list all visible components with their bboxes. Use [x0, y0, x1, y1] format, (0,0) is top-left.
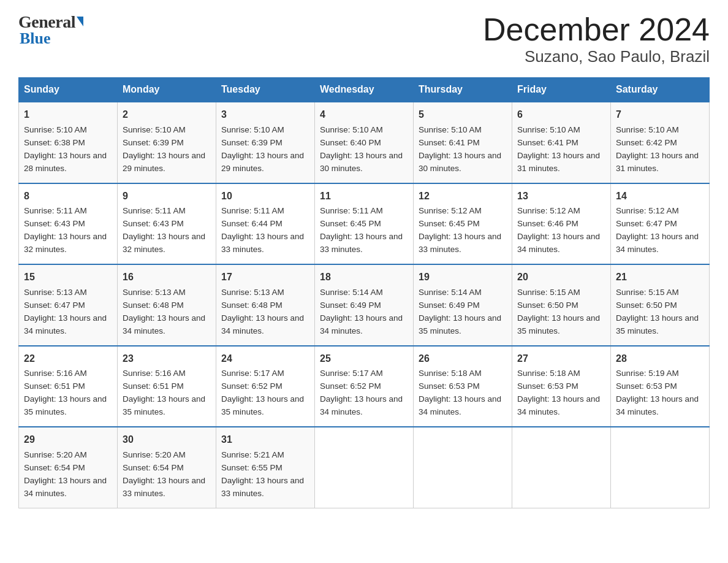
header-cell-wednesday: Wednesday [315, 78, 414, 102]
daylight-text: Daylight: 13 hours and 28 minutes. [24, 151, 107, 173]
daylight-text: Daylight: 13 hours and 33 minutes. [221, 476, 304, 498]
sunset-text: Sunset: 6:52 PM [221, 381, 282, 391]
daylight-text: Daylight: 13 hours and 31 minutes. [616, 151, 699, 173]
sunset-text: Sunset: 6:51 PM [24, 381, 85, 391]
sunset-text: Sunset: 6:55 PM [221, 463, 282, 472]
day-number: 20 [517, 270, 605, 285]
sunset-text: Sunset: 6:53 PM [616, 381, 677, 391]
header-cell-tuesday: Tuesday [216, 78, 315, 102]
daylight-text: Daylight: 13 hours and 34 minutes. [616, 232, 699, 254]
daylight-text: Daylight: 13 hours and 34 minutes. [419, 394, 501, 416]
daylight-text: Daylight: 13 hours and 34 minutes. [616, 394, 699, 416]
day-number: 17 [221, 270, 309, 285]
calendar-cell: 4Sunrise: 5:10 AMSunset: 6:40 PMDaylight… [315, 102, 414, 183]
day-number: 29 [24, 432, 112, 448]
calendar-cell: 11Sunrise: 5:11 AMSunset: 6:45 PMDayligh… [315, 183, 414, 264]
daylight-text: Daylight: 13 hours and 29 minutes. [123, 151, 205, 173]
day-number: 22 [24, 351, 112, 367]
sunrise-text: Sunrise: 5:13 AM [221, 288, 284, 297]
day-number: 15 [24, 270, 112, 285]
calendar-cell: 31Sunrise: 5:21 AMSunset: 6:55 PMDayligh… [216, 427, 315, 508]
sunset-text: Sunset: 6:52 PM [320, 381, 381, 391]
logo: General Blue [18, 12, 83, 48]
day-number: 25 [320, 351, 408, 367]
sunset-text: Sunset: 6:50 PM [616, 301, 677, 310]
daylight-text: Daylight: 13 hours and 33 minutes. [320, 232, 403, 254]
sunrise-text: Sunrise: 5:17 AM [320, 369, 383, 378]
sunset-text: Sunset: 6:44 PM [221, 219, 282, 228]
daylight-text: Daylight: 13 hours and 29 minutes. [221, 151, 304, 173]
page: General Blue December 2024 Suzano, Sao P… [0, 0, 728, 527]
day-number: 1 [24, 107, 112, 123]
sunrise-text: Sunrise: 5:10 AM [221, 125, 284, 134]
day-number: 3 [221, 107, 309, 123]
day-number: 28 [616, 351, 704, 367]
day-number: 18 [320, 270, 408, 285]
sunrise-text: Sunrise: 5:12 AM [517, 206, 580, 215]
daylight-text: Daylight: 13 hours and 34 minutes. [320, 394, 403, 416]
sunset-text: Sunset: 6:42 PM [616, 138, 677, 147]
calendar-title: December 2024 [483, 12, 710, 47]
week-row-1: 1Sunrise: 5:10 AMSunset: 6:38 PMDaylight… [19, 102, 710, 183]
calendar-cell: 29Sunrise: 5:20 AMSunset: 6:54 PMDayligh… [19, 427, 118, 508]
sunrise-text: Sunrise: 5:20 AM [24, 450, 87, 459]
daylight-text: Daylight: 13 hours and 35 minutes. [419, 313, 501, 335]
daylight-text: Daylight: 13 hours and 34 minutes. [221, 313, 304, 335]
sunrise-text: Sunrise: 5:13 AM [24, 288, 87, 297]
sunrise-text: Sunrise: 5:13 AM [123, 288, 186, 297]
title-block: December 2024 Suzano, Sao Paulo, Brazil [483, 12, 710, 66]
day-number: 2 [123, 107, 211, 123]
day-number: 31 [221, 432, 309, 448]
calendar-cell: 1Sunrise: 5:10 AMSunset: 6:38 PMDaylight… [19, 102, 118, 183]
sunrise-text: Sunrise: 5:11 AM [24, 206, 87, 215]
daylight-text: Daylight: 13 hours and 34 minutes. [517, 232, 600, 254]
day-number: 30 [123, 432, 211, 448]
day-number: 9 [123, 189, 211, 204]
calendar-cell: 10Sunrise: 5:11 AMSunset: 6:44 PMDayligh… [216, 183, 315, 264]
sunrise-text: Sunrise: 5:10 AM [123, 125, 186, 134]
sunset-text: Sunset: 6:54 PM [24, 463, 85, 472]
sunset-text: Sunset: 6:38 PM [24, 138, 85, 147]
calendar-cell: 12Sunrise: 5:12 AMSunset: 6:45 PMDayligh… [414, 183, 512, 264]
logo-blue-text: Blue [18, 29, 51, 48]
calendar-subtitle: Suzano, Sao Paulo, Brazil [483, 47, 710, 66]
day-number: 14 [616, 189, 704, 204]
calendar-cell: 15Sunrise: 5:13 AMSunset: 6:47 PMDayligh… [19, 264, 118, 345]
sunrise-text: Sunrise: 5:18 AM [517, 369, 580, 378]
day-number: 12 [419, 189, 507, 204]
calendar-table: SundayMondayTuesdayWednesdayThursdayFrid… [18, 77, 710, 508]
daylight-text: Daylight: 13 hours and 34 minutes. [24, 313, 107, 335]
header: General Blue December 2024 Suzano, Sao P… [18, 12, 710, 66]
calendar-cell: 30Sunrise: 5:20 AMSunset: 6:54 PMDayligh… [118, 427, 216, 508]
header-cell-thursday: Thursday [414, 78, 512, 102]
sunrise-text: Sunrise: 5:10 AM [24, 125, 87, 134]
sunset-text: Sunset: 6:48 PM [123, 301, 184, 310]
daylight-text: Daylight: 13 hours and 32 minutes. [24, 232, 107, 254]
sunrise-text: Sunrise: 5:11 AM [221, 206, 284, 215]
sunset-text: Sunset: 6:47 PM [616, 219, 677, 228]
header-cell-sunday: Sunday [19, 78, 118, 102]
day-number: 27 [517, 351, 605, 367]
calendar-cell [414, 427, 512, 508]
calendar-cell: 16Sunrise: 5:13 AMSunset: 6:48 PMDayligh… [118, 264, 216, 345]
calendar-cell [611, 427, 710, 508]
sunrise-text: Sunrise: 5:15 AM [616, 288, 679, 297]
sunset-text: Sunset: 6:46 PM [517, 219, 578, 228]
day-number: 10 [221, 189, 309, 204]
calendar-cell: 8Sunrise: 5:11 AMSunset: 6:43 PMDaylight… [19, 183, 118, 264]
sunrise-text: Sunrise: 5:16 AM [24, 369, 87, 378]
calendar-cell: 17Sunrise: 5:13 AMSunset: 6:48 PMDayligh… [216, 264, 315, 345]
sunset-text: Sunset: 6:43 PM [123, 219, 184, 228]
sunrise-text: Sunrise: 5:10 AM [616, 125, 679, 134]
day-number: 19 [419, 270, 507, 285]
calendar-cell: 22Sunrise: 5:16 AMSunset: 6:51 PMDayligh… [19, 346, 118, 427]
sunrise-text: Sunrise: 5:20 AM [123, 450, 186, 459]
calendar-cell: 14Sunrise: 5:12 AMSunset: 6:47 PMDayligh… [611, 183, 710, 264]
header-row: SundayMondayTuesdayWednesdayThursdayFrid… [19, 78, 710, 102]
calendar-cell: 23Sunrise: 5:16 AMSunset: 6:51 PMDayligh… [118, 346, 216, 427]
calendar-cell: 7Sunrise: 5:10 AMSunset: 6:42 PMDaylight… [611, 102, 710, 183]
sunrise-text: Sunrise: 5:10 AM [517, 125, 580, 134]
sunset-text: Sunset: 6:51 PM [123, 381, 184, 391]
week-row-4: 22Sunrise: 5:16 AMSunset: 6:51 PMDayligh… [19, 346, 710, 427]
calendar-cell: 21Sunrise: 5:15 AMSunset: 6:50 PMDayligh… [611, 264, 710, 345]
